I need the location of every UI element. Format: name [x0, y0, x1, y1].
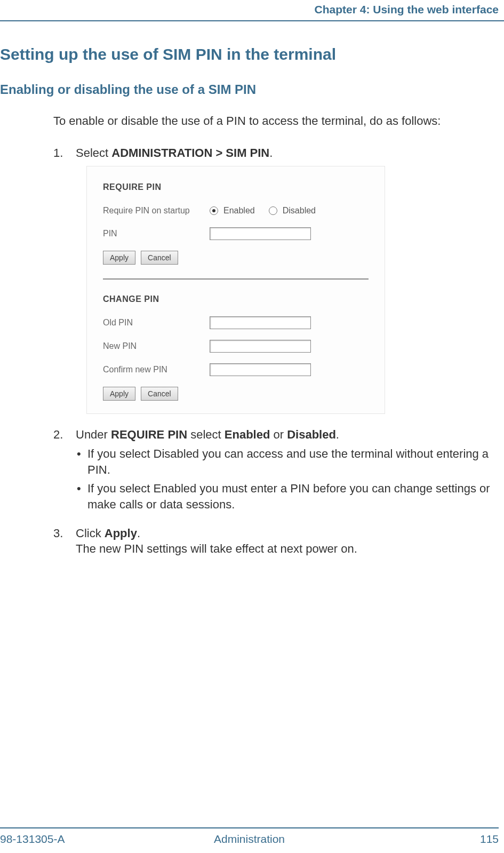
page-header: Chapter 4: Using the web interface — [0, 0, 504, 21]
change-pin-title: CHANGE PIN — [103, 293, 369, 305]
step1-bold: ADMINISTRATION > SIM PIN — [111, 146, 269, 160]
separator — [103, 278, 369, 280]
s2p4: . — [336, 428, 339, 441]
s3p2: . — [137, 527, 140, 540]
require-buttons: Apply Cancel — [103, 251, 369, 265]
pin-row: PIN — [103, 227, 369, 240]
page-footer: 98-131305-A Administration 115 — [0, 827, 499, 846]
require-label: Require PIN on startup — [103, 205, 210, 217]
screenshot-panel: REQUIRE PIN Require PIN on startup Enabl… — [86, 166, 385, 414]
old-pin-input[interactable] — [210, 316, 311, 329]
content: Setting up the use of SIM PIN in the ter… — [0, 45, 499, 570]
footer-section: Administration — [0, 833, 499, 846]
apply-button-2[interactable]: Apply — [103, 387, 135, 401]
s3p1: Click — [76, 527, 105, 540]
steps-list: Select ADMINISTRATION > SIM PIN. REQUIRE… — [53, 145, 499, 557]
old-pin-label: Old PIN — [103, 317, 210, 329]
step-1: Select ADMINISTRATION > SIM PIN. REQUIRE… — [53, 145, 499, 414]
step1-post: . — [269, 146, 273, 160]
s3b1: Apply — [105, 527, 137, 540]
confirm-pin-label: Confirm new PIN — [103, 364, 210, 376]
confirm-pin-input[interactable] — [210, 363, 311, 376]
step2-bullets: If you select Disabled you can access an… — [76, 446, 499, 513]
change-buttons: Apply Cancel — [103, 387, 369, 401]
apply-button-1[interactable]: Apply — [103, 251, 135, 265]
intro-text: To enable or disable the use of a PIN to… — [53, 113, 499, 129]
pin-label: PIN — [103, 228, 210, 240]
s2b3: Disabled — [287, 428, 336, 441]
subsection-title: Enabling or disabling the use of a SIM P… — [0, 82, 499, 97]
step-3: Click Apply. The new PIN settings will t… — [53, 525, 499, 557]
step1-pre: Select — [76, 146, 111, 160]
bullet-disabled: If you select Disabled you can access an… — [76, 446, 499, 477]
radio-enabled[interactable] — [210, 206, 218, 215]
radio-enabled-label: Enabled — [223, 205, 255, 217]
s2p2: select — [187, 428, 225, 441]
new-pin-label: New PIN — [103, 340, 210, 352]
bullet-enabled: If you select Enabled you must enter a P… — [76, 481, 499, 512]
s2b2: Enabled — [225, 428, 270, 441]
page-number: 115 — [480, 833, 499, 846]
pin-input[interactable] — [210, 227, 311, 240]
radio-disabled-label: Disabled — [283, 205, 316, 217]
doc-number: 98-131305-A — [0, 833, 65, 846]
cancel-button-1[interactable]: Cancel — [141, 251, 178, 265]
require-row: Require PIN on startup Enabled Disabled — [103, 205, 369, 217]
cancel-button-2[interactable]: Cancel — [141, 387, 178, 401]
new-pin-row: New PIN — [103, 340, 369, 353]
old-pin-row: Old PIN — [103, 316, 369, 329]
confirm-pin-row: Confirm new PIN — [103, 363, 369, 376]
s2p3: or — [270, 428, 287, 441]
s3-note: The new PIN settings will take effect at… — [76, 541, 499, 557]
new-pin-input[interactable] — [210, 340, 311, 353]
radio-group: Enabled Disabled — [210, 205, 326, 217]
section-title: Setting up the use of SIM PIN in the ter… — [0, 45, 499, 63]
radio-disabled[interactable] — [269, 206, 277, 215]
s2b1: REQUIRE PIN — [111, 428, 187, 441]
step-2: Under REQUIRE PIN select Enabled or Disa… — [53, 427, 499, 512]
s2p1: Under — [76, 428, 111, 441]
body: To enable or disable the use of a PIN to… — [53, 113, 499, 557]
chapter-label: Chapter 4: Using the web interface — [315, 3, 499, 15]
require-pin-title: REQUIRE PIN — [103, 181, 369, 193]
